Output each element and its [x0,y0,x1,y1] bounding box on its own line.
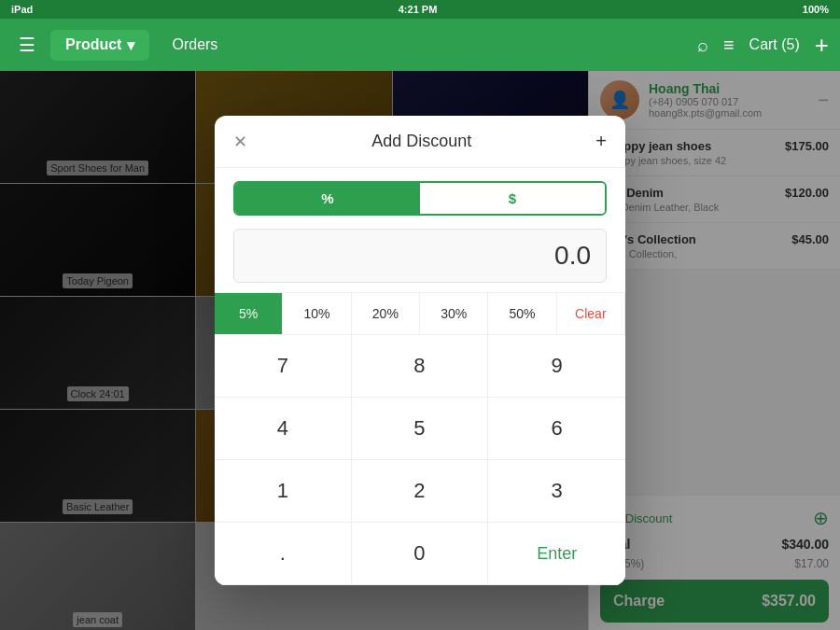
toggle-container: % $ [215,168,625,225]
quick-percent-button[interactable]: 10% [283,293,351,334]
status-bar: iPad 4:21 PM 100% [0,0,840,19]
add-icon[interactable]: + [815,31,829,60]
numpad-button-7[interactable]: 7 [215,335,352,398]
cart-button[interactable]: Cart (5) [749,36,800,53]
orders-button[interactable]: Orders [157,30,232,60]
chevron-down-icon: ▾ [127,36,134,54]
modal-header: ✕ Add Discount + [215,116,625,168]
numpad-button-1[interactable]: 1 [215,460,352,523]
quick-percent-button[interactable]: 50% [488,293,556,334]
quick-buttons-row: 5%10%20%30%50%Clear [215,292,625,334]
top-bar-right: ⌕ ≡ Cart (5) + [697,31,829,60]
menu-icon[interactable]: ☰ [11,26,43,63]
numpad-button-0[interactable]: 0 [352,523,489,585]
numpad-button-4[interactable]: 4 [215,398,352,460]
numpad-button-6[interactable]: 6 [488,398,625,460]
status-right: 100% [803,4,829,15]
top-nav-bar: ☰ Product ▾ Orders ⌕ ≡ Cart (5) + [0,19,840,71]
numpad-button-5[interactable]: 5 [352,398,489,460]
discount-type-toggle: % $ [233,181,607,216]
numpad: 789456123.0Enter [215,334,625,585]
quick-percent-button[interactable]: 30% [420,293,488,334]
enter-button[interactable]: Enter [488,523,625,585]
status-time: 4:21 PM [399,4,438,15]
product-label: Product [65,36,121,53]
main-layout: Sport Shoes for Man Levi's n Today Pigeo… [0,71,840,630]
clear-button[interactable]: Clear [557,293,625,334]
numpad-button-3[interactable]: 3 [488,460,625,523]
list-icon[interactable]: ≡ [723,35,735,56]
modal-close-button[interactable]: ✕ [233,132,247,152]
numpad-button-9[interactable]: 9 [488,335,625,398]
status-left: iPad [11,4,33,15]
toggle-percent-button[interactable]: % [235,183,420,214]
quick-percent-button[interactable]: 20% [352,293,420,334]
search-icon[interactable]: ⌕ [697,35,708,56]
modal-overlay: ✕ Add Discount + % $ 0.0 5%10%20%30%50%C… [0,71,840,630]
toggle-dollar-button[interactable]: $ [420,183,605,214]
numpad-button-2[interactable]: 2 [352,460,489,523]
modal-plus-button[interactable]: + [595,131,607,152]
numpad-button-8[interactable]: 8 [352,335,489,398]
quick-percent-button[interactable]: 5% [215,293,283,334]
add-discount-modal: ✕ Add Discount + % $ 0.0 5%10%20%30%50%C… [215,116,625,585]
modal-title: Add Discount [371,132,471,151]
product-button[interactable]: Product ▾ [50,30,149,61]
numpad-button-.[interactable]: . [215,523,352,585]
discount-display: 0.0 [233,229,607,283]
